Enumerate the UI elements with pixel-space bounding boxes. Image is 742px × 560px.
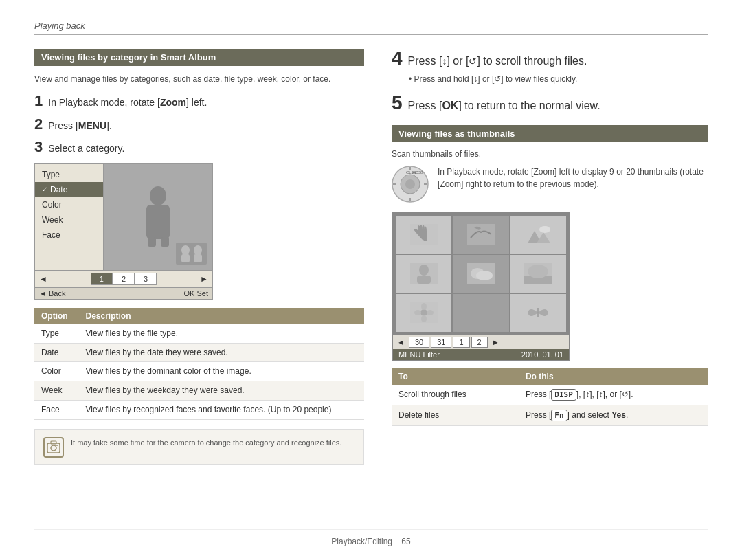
step2-num: 2 [34,117,43,132]
svg-rect-8 [47,443,60,453]
option-date: Date [34,343,78,362]
thumbnail-status-bar: MENU Filter 2010. 01. 01 [393,349,569,360]
nav-num-3: 3 [135,273,157,285]
nav-num-1: 1 [91,273,113,285]
step4-text: Press [↕] or [↺] to scroll through files… [408,54,587,69]
table-row: Face View files by recognized faces and … [34,400,364,419]
svg-point-35 [528,265,548,278]
camera-screen: Type ✓ Date Color Week Fac [34,163,213,300]
page: Playing back Viewing files by category i… [0,0,742,560]
thumb-landscape-icon [524,263,552,284]
thumb-cell [396,255,451,293]
main-content: Viewing files by category in Smart Album… [34,49,708,522]
action-table: To Do this Scroll through files Press [D… [392,368,708,426]
thumb-palm-icon [410,224,438,245]
svg-point-26 [539,226,550,233]
nav-numbers: 1 2 3 [53,273,194,285]
menu-item-type: Type [35,167,103,182]
svg-point-39 [421,315,427,322]
thumb-cell [453,294,508,332]
group-silhouette-icon [179,245,205,262]
col-to: To [392,368,519,385]
camera-nav-bar: ◄ 1 2 3 ► [35,270,212,287]
step-3: 3 Select a category. [34,139,364,156]
thumb-portrait-icon [410,263,438,284]
svg-point-38 [421,303,427,310]
svg-point-28 [419,265,429,276]
thumb-mountain-icon [524,224,552,245]
section2-title: Viewing files as thumbnails [392,125,708,142]
svg-rect-7 [194,254,202,262]
svg-rect-3 [161,237,169,247]
svg-point-41 [427,310,434,315]
zoom-dial-icon: CLos MBS3 [392,166,429,203]
back-label: ◄ Back [39,289,65,298]
svg-point-4 [181,245,190,255]
info-icon [43,437,64,458]
svg-text:MBS3: MBS3 [412,170,424,175]
table-row: Color View files by the dominant color o… [34,362,364,381]
camera-photo-area [104,164,212,270]
page-header: Playing back [34,21,708,35]
section2-subtitle: Scan thumbnails of files. [392,149,708,159]
thumbnail-desc-text: In Playback mode, rotate [Zoom] left to … [438,166,708,190]
step-4: 4 Press [↕] or [↺] to scroll through fil… [392,49,708,69]
thumb-num-31: 31 [431,337,451,348]
svg-point-6 [194,245,202,255]
table-row: Date View files by the date they were sa… [34,343,364,362]
step-2: 2 Press [MENU]. [34,117,364,133]
thumb-butterfly-icon [524,302,552,323]
thumb-left-arrow: ◄ [397,338,405,346]
option-week: Week [34,381,78,401]
thumbnail-grid [393,213,569,335]
col-description: Description [78,308,364,324]
thumb-cell [453,255,508,293]
action-scroll-label: Scroll through files [392,385,519,405]
thumb-cell [510,216,566,254]
ok-label: OK Set [184,289,208,298]
zoom-icon: CLos MBS3 [392,166,429,203]
right-column: 4 Press [↕] or [↺] to scroll through fil… [392,49,708,522]
action-scroll-do: Press [DISP], [↕], [↕], or [↺]. [519,385,708,405]
svg-point-40 [414,310,421,315]
thumbnail-description: CLos MBS3 In Playback mode, rotate [Zoom… [392,166,708,203]
thumb-num-2: 2 [471,337,488,348]
step4-bullets: Press and hold [↕] or [↺] to view files … [392,74,708,84]
svg-point-32 [476,271,493,280]
nav-left-arrow: ◄ [39,274,47,284]
col-do: Do this [519,368,708,385]
table-row: Week View files by the weekday they were… [34,381,364,401]
thumb-right-arrow: ► [492,338,499,346]
camera-icon [47,440,60,455]
step4-sub: Press and hold [↕] or [↺] to view files … [409,74,708,84]
menu-item-date: ✓ Date [35,182,103,197]
left-column: Viewing files by category in Smart Album… [34,49,364,522]
svg-rect-29 [417,276,431,284]
fn-key: Fn [551,410,567,421]
group-photo-thumb [176,243,207,265]
step5-text: Press [OK] to return to the normal view. [408,98,600,113]
thumbnail-nav: ◄ 30 31 1 2 ► [393,335,569,349]
options-table: Option Description Type View files by th… [34,308,364,420]
step1-text: In Playback mode, rotate [Zoom] left. [48,96,207,110]
thumb-dark-icon [467,302,495,323]
silhouette-icon [139,186,177,247]
info-box: It may take some time for the camera to … [34,429,364,465]
footer-text: Playback/Editing [331,537,392,546]
desc-color: View files by the dominant color of the … [78,362,364,381]
menu-item-week: Week [35,212,103,227]
thumb-status-label: MENU Filter [398,350,440,359]
section1-title: Viewing files by category in Smart Album [34,49,364,66]
thumbnail-page-nums: 30 31 1 2 [409,337,488,348]
step3-text: Select a category. [48,142,124,156]
table-row: Delete files Press [Fn] and select Yes. [392,405,708,425]
step3-num: 3 [34,139,43,155]
col-option: Option [34,308,78,324]
camera-menu-panel: Type ✓ Date Color Week Fac [35,164,104,270]
step-5: 5 Press [OK] to return to the normal vie… [392,93,708,113]
svg-point-0 [150,186,166,205]
svg-rect-1 [146,205,170,239]
option-type: Type [34,324,78,343]
desc-face: View files by recognized faces and favor… [78,400,364,419]
thumb-cell [396,216,451,254]
